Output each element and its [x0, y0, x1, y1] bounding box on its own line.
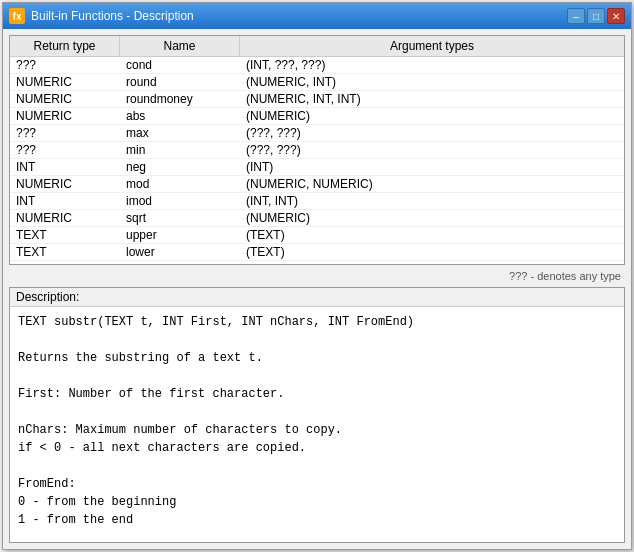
cell-argument-types: (NUMERIC, INT)	[240, 74, 624, 90]
table-row[interactable]: ???cond(INT, ???, ???)	[10, 57, 624, 74]
functions-table-section: Return type Name Argument types ???cond(…	[9, 35, 625, 265]
table-row[interactable]: NUMERICsqrt(NUMERIC)	[10, 210, 624, 227]
table-body[interactable]: ???cond(INT, ???, ???)NUMERICround(NUMER…	[10, 57, 624, 264]
table-row[interactable]: NUMERICabs(NUMERIC)	[10, 108, 624, 125]
table-row[interactable]: TEXTlower(TEXT)	[10, 244, 624, 261]
cell-argument-types: (NUMERIC)	[240, 210, 624, 226]
cell-argument-types: (INT)	[240, 159, 624, 175]
cell-argument-types: (TEXT)	[240, 244, 624, 260]
cell-function-name: round	[120, 74, 240, 90]
window-title: Built-in Functions - Description	[31, 9, 561, 23]
table-row[interactable]: NUMERICround(NUMERIC, INT)	[10, 74, 624, 91]
cell-function-name: len	[120, 261, 240, 264]
window-icon: fx	[9, 8, 25, 24]
table-row[interactable]: NUMERICmod(NUMERIC, NUMERIC)	[10, 176, 624, 193]
table-row[interactable]: ???max(???, ???)	[10, 125, 624, 142]
cell-function-name: max	[120, 125, 240, 141]
cell-argument-types: (TEXT)	[240, 261, 624, 264]
cell-function-name: sqrt	[120, 210, 240, 226]
cell-return-type: NUMERIC	[10, 91, 120, 107]
cell-argument-types: (NUMERIC)	[240, 108, 624, 124]
cell-return-type: INT	[10, 193, 120, 209]
cell-argument-types: (???, ???)	[240, 125, 624, 141]
cell-function-name: lower	[120, 244, 240, 260]
table-row[interactable]: INTneg(INT)	[10, 159, 624, 176]
cell-return-type: ???	[10, 57, 120, 73]
cell-function-name: neg	[120, 159, 240, 175]
cell-return-type: TEXT	[10, 227, 120, 243]
title-bar: fx Built-in Functions - Description – □ …	[3, 3, 631, 29]
cell-function-name: roundmoney	[120, 91, 240, 107]
cell-argument-types: (NUMERIC, INT, INT)	[240, 91, 624, 107]
cell-function-name: cond	[120, 57, 240, 73]
cell-return-type: NUMERIC	[10, 210, 120, 226]
cell-function-name: abs	[120, 108, 240, 124]
table-header: Return type Name Argument types	[10, 36, 624, 57]
table-row[interactable]: ???min(???, ???)	[10, 142, 624, 159]
description-content: TEXT substr(TEXT t, INT First, INT nChar…	[10, 307, 624, 542]
minimize-button[interactable]: –	[567, 8, 585, 24]
cell-argument-types: (TEXT)	[240, 227, 624, 243]
cell-return-type: ???	[10, 142, 120, 158]
hint-text: ??? - denotes any type	[9, 269, 625, 283]
cell-function-name: upper	[120, 227, 240, 243]
description-label: Description:	[10, 288, 624, 307]
window-body: Return type Name Argument types ???cond(…	[3, 29, 631, 549]
cell-function-name: imod	[120, 193, 240, 209]
cell-argument-types: (INT, INT)	[240, 193, 624, 209]
maximize-button[interactable]: □	[587, 8, 605, 24]
cell-argument-types: (???, ???)	[240, 142, 624, 158]
cell-return-type: TEXT	[10, 244, 120, 260]
cell-return-type: NUMERIC	[10, 74, 120, 90]
cell-return-type: INT	[10, 159, 120, 175]
cell-return-type: NUMERIC	[10, 176, 120, 192]
cell-return-type: ???	[10, 125, 120, 141]
description-section: Description: TEXT substr(TEXT t, INT Fir…	[9, 287, 625, 543]
col-header-name: Name	[120, 36, 240, 56]
main-window: fx Built-in Functions - Description – □ …	[2, 2, 632, 550]
table-row[interactable]: NUMERICroundmoney(NUMERIC, INT, INT)	[10, 91, 624, 108]
close-button[interactable]: ✕	[607, 8, 625, 24]
window-controls: – □ ✕	[567, 8, 625, 24]
cell-argument-types: (NUMERIC, NUMERIC)	[240, 176, 624, 192]
cell-return-type: INT	[10, 261, 120, 264]
col-header-return: Return type	[10, 36, 120, 56]
table-row[interactable]: TEXTupper(TEXT)	[10, 227, 624, 244]
col-header-args: Argument types	[240, 36, 624, 56]
cell-function-name: mod	[120, 176, 240, 192]
cell-argument-types: (INT, ???, ???)	[240, 57, 624, 73]
cell-function-name: min	[120, 142, 240, 158]
table-row[interactable]: INTimod(INT, INT)	[10, 193, 624, 210]
cell-return-type: NUMERIC	[10, 108, 120, 124]
table-row[interactable]: INTlen(TEXT)	[10, 261, 624, 264]
